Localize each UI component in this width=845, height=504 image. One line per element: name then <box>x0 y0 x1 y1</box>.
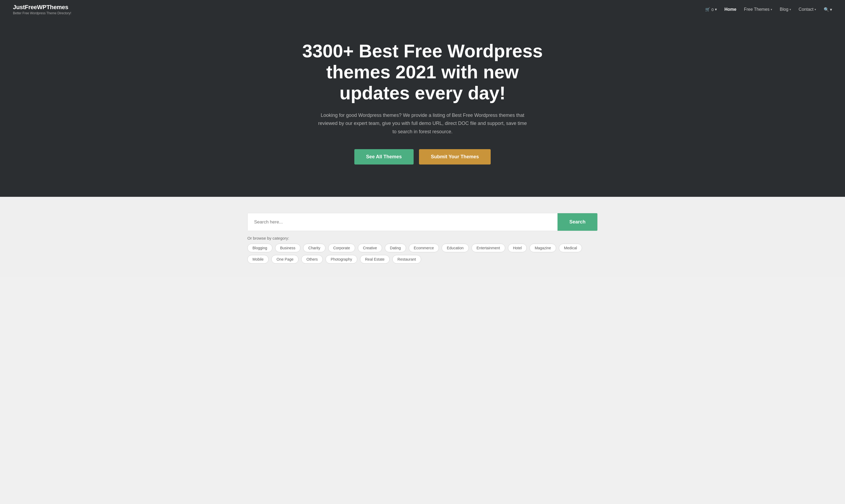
category-tag[interactable]: Charity <box>303 244 325 252</box>
category-tag[interactable]: Real Estate <box>360 255 390 264</box>
cart-icon: 🛒 <box>705 7 710 12</box>
nav-blog[interactable]: Blog ▾ <box>780 7 791 12</box>
nav-contact[interactable]: Contact ▾ <box>799 7 816 12</box>
category-tag[interactable]: Creative <box>358 244 382 252</box>
search-toggle-button[interactable]: 🔍 ▾ <box>824 7 832 12</box>
search-button[interactable]: Search <box>557 213 597 231</box>
hero-buttons: See All Themes Submit Your Themes <box>13 149 832 164</box>
browse-label: Or browse by category: <box>247 236 598 240</box>
category-tag[interactable]: Medical <box>559 244 582 252</box>
category-tag[interactable]: Photography <box>326 255 357 264</box>
site-brand: JustFreeWPThemes Better Free Wordpress T… <box>13 4 71 15</box>
category-tag[interactable]: Dating <box>385 244 406 252</box>
category-tag[interactable]: Restaurant <box>392 255 421 264</box>
cart-count: 0 <box>711 7 713 12</box>
category-tag[interactable]: Blogging <box>247 244 272 252</box>
category-tag[interactable]: Magazine <box>530 244 556 252</box>
main-nav: 🛒 0 ▾ Home Free Themes ▾ Blog ▾ Contact … <box>705 7 832 12</box>
free-themes-chevron-icon: ▾ <box>771 8 772 11</box>
hero-subtitle: Looking for good Wordpress themes? We pr… <box>317 111 528 136</box>
category-tag[interactable]: Business <box>275 244 301 252</box>
category-tag[interactable]: Entertainment <box>471 244 505 252</box>
category-tag[interactable]: One Page <box>271 255 298 264</box>
cart-chevron-icon: ▾ <box>715 7 717 12</box>
category-tag[interactable]: Education <box>442 244 469 252</box>
search-bar: Search <box>247 213 598 231</box>
site-tagline: Better Free Wordpress Theme Directory! <box>13 11 71 15</box>
search-input[interactable] <box>248 213 557 231</box>
hero-title: 3300+ Best Free Wordpress themes 2021 wi… <box>301 40 544 104</box>
cart-button[interactable]: 🛒 0 ▾ <box>705 7 717 12</box>
category-tag[interactable]: Others <box>301 255 323 264</box>
category-tag[interactable]: Corporate <box>328 244 355 252</box>
category-tag[interactable]: Ecommerce <box>409 244 439 252</box>
nav-free-themes[interactable]: Free Themes ▾ <box>744 7 772 12</box>
submit-themes-button[interactable]: Submit Your Themes <box>419 149 491 164</box>
blog-chevron-icon: ▾ <box>790 8 791 11</box>
search-icon: 🔍 <box>824 7 829 12</box>
category-tag[interactable]: Mobile <box>247 255 269 264</box>
search-section: Search Or browse by category: BloggingBu… <box>0 197 845 277</box>
category-tags: BloggingBusinessCharityCorporateCreative… <box>247 244 598 264</box>
site-header: JustFreeWPThemes Better Free Wordpress T… <box>0 0 845 19</box>
site-title[interactable]: JustFreeWPThemes <box>13 4 71 11</box>
contact-chevron-icon: ▾ <box>814 8 816 11</box>
search-chevron-icon: ▾ <box>830 7 832 12</box>
hero-section: 3300+ Best Free Wordpress themes 2021 wi… <box>0 19 845 197</box>
see-all-themes-button[interactable]: See All Themes <box>354 149 414 164</box>
category-tag[interactable]: Hotel <box>508 244 527 252</box>
nav-home[interactable]: Home <box>725 7 737 12</box>
